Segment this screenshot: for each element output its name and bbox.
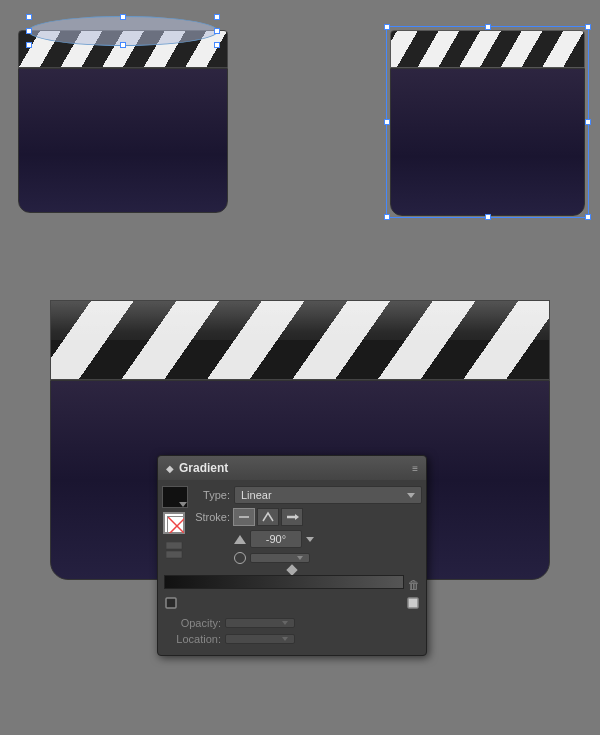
handle-tr[interactable] [214, 14, 220, 20]
stop-right [407, 597, 419, 611]
type-value: Linear [241, 489, 272, 501]
bottom-rows: Opacity: Location: [158, 613, 426, 655]
clapperboard-2-selection [386, 26, 589, 218]
location-row: Location: [166, 633, 418, 645]
stroke-swatch-x-svg [168, 517, 185, 534]
opacity-dropdown[interactable] [225, 618, 295, 628]
sel-handle-tl[interactable] [384, 24, 390, 30]
stroke-label: Stroke: [192, 511, 230, 523]
black-swatch-container [162, 486, 188, 508]
diamond-row [164, 566, 420, 574]
stroke-icon-3 [285, 511, 299, 523]
stroke-btn-3[interactable] [281, 508, 303, 526]
panel-diamond-icon: ◆ [166, 463, 174, 474]
type-dropdown[interactable]: Linear [234, 486, 422, 504]
angle-row: -90° [192, 530, 422, 548]
svg-rect-7 [166, 598, 176, 608]
stop-left [165, 597, 177, 611]
sel-handle-tr[interactable] [585, 24, 591, 30]
circle-row [192, 552, 422, 564]
angle-dropdown-arrow [306, 537, 314, 542]
stop-left-icon[interactable] [165, 597, 177, 609]
panel-content: Type: Linear Stroke: [158, 480, 426, 566]
stroke-btn-2[interactable] [257, 508, 279, 526]
panel-left-col [162, 486, 188, 564]
clapperboard-1-body [18, 68, 228, 213]
circle-dropdown[interactable] [250, 553, 310, 563]
location-dropdown[interactable] [225, 634, 295, 644]
stroke-btn-1[interactable] [233, 508, 255, 526]
angle-triangle-icon [234, 535, 246, 544]
location-dropdown-arrow [282, 637, 288, 641]
stop-markers-row [164, 597, 420, 611]
gradient-panel: ◆ Gradient ≡ [157, 455, 427, 656]
handle-tc[interactable] [120, 14, 126, 20]
opacity-row: Opacity: [166, 617, 418, 629]
handle-bc[interactable] [120, 42, 126, 48]
sel-handle-bc[interactable] [485, 214, 491, 220]
svg-rect-3 [166, 551, 182, 558]
sel-handle-ml[interactable] [384, 119, 390, 125]
type-dropdown-arrow [407, 493, 415, 498]
opacity-label: Opacity: [166, 617, 221, 629]
handle-mr[interactable] [214, 28, 220, 34]
clapperboard-1-ellipse [28, 16, 218, 46]
swatch-dropdown-arrow [179, 502, 187, 507]
panel-header[interactable]: ◆ Gradient ≡ [158, 456, 426, 480]
panel-header-left: ◆ Gradient [166, 461, 228, 475]
type-label: Type: [192, 489, 230, 501]
layers-icon-container [166, 542, 184, 562]
clapperboard-1 [18, 30, 233, 213]
opacity-dropdown-arrow [282, 621, 288, 625]
circle-dropdown-arrow [297, 556, 303, 560]
gradient-bar-row: 🗑 [164, 575, 420, 595]
stroke-type-buttons [233, 508, 303, 526]
stroke-row: Stroke: [192, 508, 422, 526]
canvas-area: ◆ Gradient ≡ [0, 0, 600, 735]
gradient-bar[interactable] [164, 575, 404, 589]
trash-icon[interactable]: 🗑 [408, 578, 420, 592]
sel-handle-bl[interactable] [384, 214, 390, 220]
svg-marker-6 [295, 514, 299, 520]
svg-rect-8 [408, 598, 418, 608]
stop-right-icon[interactable] [407, 597, 419, 609]
gradient-center-diamond[interactable] [286, 564, 297, 575]
location-label: Location: [166, 633, 221, 645]
panel-menu-icon[interactable]: ≡ [412, 463, 418, 474]
stroke-icon-2 [261, 511, 275, 523]
handle-br[interactable] [214, 42, 220, 48]
angle-input[interactable]: -90° [250, 530, 302, 548]
panel-title: Gradient [179, 461, 228, 475]
clapperboard-3-stripe [50, 300, 550, 380]
handle-tl[interactable] [26, 14, 32, 20]
handle-ml[interactable] [26, 28, 32, 34]
handle-bl[interactable] [26, 42, 32, 48]
stroke-swatch-container[interactable] [163, 512, 187, 536]
sel-handle-mr[interactable] [585, 119, 591, 125]
sel-handle-tc[interactable] [485, 24, 491, 30]
layers-icon [166, 542, 184, 560]
sel-handle-br[interactable] [585, 214, 591, 220]
stroke-icon-1 [237, 511, 251, 523]
type-row: Type: Linear [192, 486, 422, 504]
svg-rect-2 [166, 542, 182, 549]
panel-right-col: Type: Linear Stroke: [192, 486, 422, 564]
gradient-section: 🗑 [158, 566, 426, 613]
circle-icon [234, 552, 246, 564]
